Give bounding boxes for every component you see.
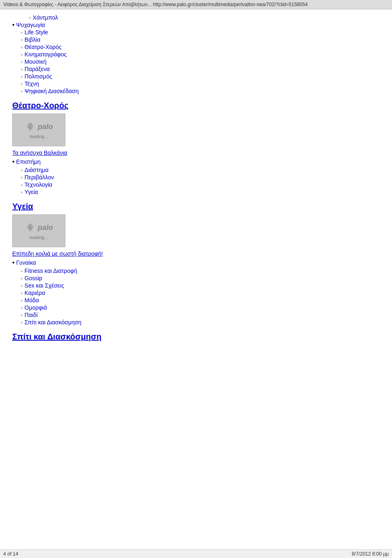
gynaika-nav-list: • Γυναίκα Fitness και Διατροφή Gossip Se… [12,259,384,326]
nav-link-fitness[interactable]: Fitness και Διατροφή [24,268,77,274]
nav-link-paidi[interactable]: Παιδί [24,312,38,318]
browser-title-text: Videos & Φωτογραφίες - Αειφόρος Διαχείρι… [3,2,308,7]
nav-item-politismos[interactable]: Πολιτισμός [20,73,384,80]
nav-link-kariera[interactable]: Καριέρα [24,290,45,296]
nav-item-theatro-xoros[interactable]: Θέατρο-Χορός [20,44,384,50]
nav-item-mousiki[interactable]: Μουσική [20,58,384,65]
psyxagogia-sub-list: Life Style Βιβλία Θέατρο-Χορός Κινηματογ… [12,29,384,94]
nav-item-diastima[interactable]: Διάστημα [20,167,384,173]
nav-item-psyxagogia[interactable]: • Ψυχαγωγία [12,22,384,28]
nav-item-gynaika[interactable]: • Γυναίκα [12,259,384,266]
ygeia-heading: Υγεία [12,202,384,211]
nav-item-epistimi[interactable]: • Επιστήμη [12,158,384,165]
nav-item-vivlia[interactable]: Βιβλία [20,36,384,43]
gynaika-subitems: Fitness και Διατροφή Gossip Sex και Σχέσ… [12,268,384,326]
nav-link-epistimi[interactable]: Επιστήμη [16,158,41,165]
nav-link-ygeia[interactable]: Υγεία [24,189,38,195]
nav-item-lifestyle[interactable]: Life Style [20,29,384,36]
epistimi-sub-list: Διάστημα Περιβάλλον Τεχνολογία Υγεία [12,167,384,195]
nav-item-psifiaki[interactable]: Ψηφιακή Διασκέδαση [20,88,384,94]
nav-item-ygeia[interactable]: Υγεία [20,189,384,195]
nav-item-moda[interactable]: Μόδα [20,297,384,304]
nav-link-psifiaki[interactable]: Ψηφιακή Διασκέδαση [24,88,78,94]
nav-item-spiti-diaskosmisi[interactable]: Σπίτι και Διασκόσμηση [20,319,384,326]
nav-link-diastima[interactable]: Διάστημα [24,167,49,173]
palo-brand-text-2: palo [38,223,53,232]
nav-link-gossip[interactable]: Gossip [24,275,42,281]
nav-link-texnologia[interactable]: Τεχνολογία [24,181,52,188]
nav-link-vivlia[interactable]: Βιβλία [24,36,40,43]
palo-logo-theatro: palo [24,121,53,132]
nav-link-lifestyle[interactable]: Life Style [24,29,48,36]
nav-link-gynaika[interactable]: Γυναίκα [16,259,36,266]
gynaika-sub-list: Fitness και Διατροφή Gossip Sex και Σχέσ… [12,268,384,326]
epistimi-subitems: Διάστημα Περιβάλλον Τεχνολογία Υγεία [12,167,384,195]
nav-link-spiti-diaskosmisi[interactable]: Σπίτι και Διασκόσμηση [24,319,81,326]
nav-item-texni[interactable]: Τέχνη [20,80,384,87]
spiti-heading-link[interactable]: Σπίτι και Διασκόσμηση [12,332,101,341]
nav-item-texnologia[interactable]: Τεχνολογία [20,181,384,188]
loading-label-ygeia: loading... [30,235,48,240]
nav-link-psyxagogia[interactable]: Ψυχαγωγία [16,22,45,28]
browser-title-bar: Videos & Φωτογραφίες - Αειφόρος Διαχείρι… [0,0,392,9]
palo-leaf-icon [24,121,36,132]
nav-link-moda[interactable]: Μόδα [24,297,39,304]
nav-item-kinimatografos[interactable]: Κινηματογράφος [20,51,384,58]
nav-item-perivallon[interactable]: Περιβάλλον [20,174,384,181]
nav-item-sex[interactable]: Sex και Σχέσεις [20,282,384,289]
nav-link-xantimpol[interactable]: Χάντμπολ [33,14,58,21]
theatro-article-link[interactable]: Τα ανήσυχα Βαλκάνια [12,150,384,156]
theatro-xoros-heading-link[interactable]: Θέατρο-Χορός [12,101,69,110]
palo-logo-ygeia: palo [24,222,53,233]
nav-item-xantimpol[interactable]: Χάντμπολ [29,14,384,21]
nav-link-omorfia[interactable]: Ομορφιά [24,304,47,311]
nav-item-paidi[interactable]: Παιδί [20,312,384,318]
nav-link-theatro-xoros[interactable]: Θέατρο-Χορός [24,44,62,50]
nav-link-paraxena[interactable]: Παράξενα [24,66,50,72]
nav-item-omorfia[interactable]: Ομορφιά [20,304,384,311]
palo-leaf-icon-2 [24,222,36,233]
palo-brand-text: palo [38,123,53,131]
nav-item-fitness[interactable]: Fitness και Διατροφή [20,268,384,274]
nav-link-texni[interactable]: Τέχνη [24,80,39,87]
nav-link-perivallon[interactable]: Περιβάλλον [24,174,54,181]
nav-item-paraxena[interactable]: Παράξενα [20,66,384,72]
ygeia-article-link[interactable]: Επίπεδη κοιλιά με σωστή διατροφή! [12,250,384,257]
epistimi-nav-list: • Επιστήμη Διάστημα Περιβάλλον Τεχνολογί… [12,158,384,195]
nav-item-gossip[interactable]: Gossip [20,275,384,281]
nav-link-politismos[interactable]: Πολιτισμός [24,73,52,80]
spiti-heading: Σπίτι και Διασκόσμηση [12,332,384,341]
nav-link-kinimatografos[interactable]: Κινηματογράφος [24,51,67,58]
nav-link-mousiki[interactable]: Μουσική [24,58,47,65]
theatro-loading-image: palo loading... [12,114,65,146]
nav-psyxagogia-subitems: Life Style Βιβλία Θέατρο-Χορός Κινηματογ… [12,29,384,94]
loading-label-theatro: loading... [30,134,48,139]
nav-sublist-xantimpol: Χάντμπολ [20,14,384,21]
nav-link-sex[interactable]: Sex και Σχέσεις [24,282,64,289]
ygeia-heading-link[interactable]: Υγεία [12,202,33,211]
nav-item-kariera[interactable]: Καριέρα [20,290,384,296]
theatro-xoros-heading: Θέατρο-Χορός [12,101,384,110]
ygeia-loading-image: palo loading... [12,214,65,247]
top-nav-list: Χάντμπολ • Ψυχαγωγία Life Style Βιβλία Θ… [12,14,384,94]
